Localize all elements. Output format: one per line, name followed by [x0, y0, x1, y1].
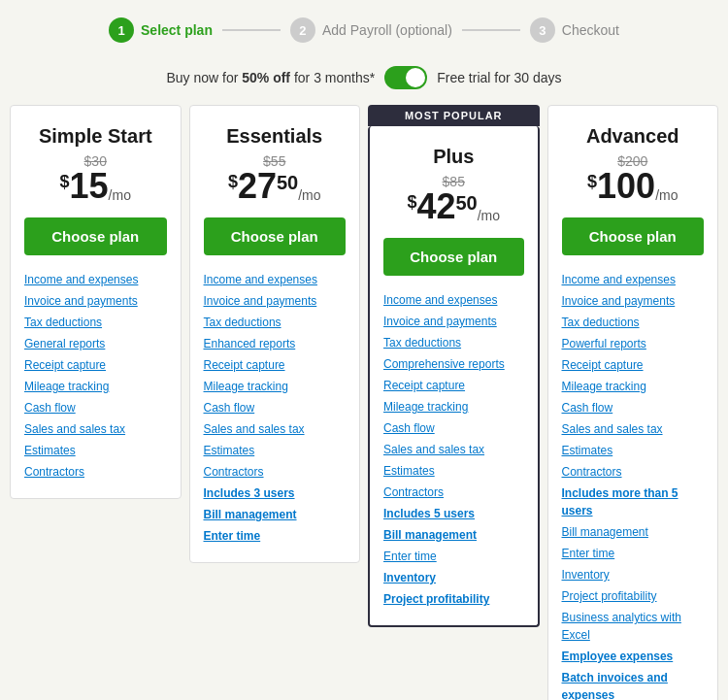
- feature-item[interactable]: Contractors: [204, 461, 347, 483]
- price-amount-plus: 42: [416, 189, 455, 224]
- feature-item[interactable]: Invoice and payments: [204, 290, 347, 312]
- stepper: 1 Select plan 2 Add Payroll (optional) 3…: [0, 0, 728, 56]
- choose-btn-plus[interactable]: Choose plan: [383, 238, 524, 276]
- feature-item[interactable]: Income and expenses: [24, 269, 167, 290]
- feature-item[interactable]: Invoice and payments: [562, 290, 705, 312]
- feature-list-essentials: Income and expensesInvoice and paymentsT…: [204, 269, 347, 547]
- step-3-label: Checkout: [562, 22, 619, 38]
- feature-item[interactable]: Sales and sales tax: [562, 418, 705, 440]
- price-dollar-plus: $: [407, 193, 416, 211]
- promo-suffix: for 3 months*: [290, 70, 375, 85]
- feature-item[interactable]: Contractors: [562, 461, 705, 483]
- promo-toggle-row: Buy now for 50% off for 3 months* Free t…: [0, 56, 728, 105]
- price-section-advanced: $200$100/mo: [562, 153, 705, 204]
- feature-item[interactable]: Tax deductions: [383, 332, 524, 353]
- feature-item[interactable]: Inventory: [383, 567, 524, 588]
- feature-item[interactable]: Estimates: [24, 440, 167, 461]
- feature-list-plus: Income and expensesInvoice and paymentsT…: [383, 289, 524, 610]
- feature-item[interactable]: Includes more than 5 users: [562, 483, 705, 521]
- feature-item[interactable]: Income and expenses: [383, 289, 524, 311]
- feature-list-simple-start: Income and expensesInvoice and paymentsT…: [24, 269, 167, 483]
- feature-item[interactable]: Includes 3 users: [204, 483, 347, 504]
- feature-item[interactable]: Sales and sales tax: [383, 439, 524, 460]
- feature-item[interactable]: Includes 5 users: [383, 503, 524, 524]
- feature-item[interactable]: Sales and sales tax: [204, 418, 347, 440]
- feature-item[interactable]: Cash flow: [562, 397, 705, 418]
- promo-text: Buy now for 50% off for 3 months*: [166, 70, 375, 85]
- feature-item[interactable]: Contractors: [383, 482, 524, 503]
- plan-wrapper-advanced: Advanced$200$100/moChoose planIncome and…: [547, 105, 719, 700]
- step-2-label: Add Payroll (optional): [322, 22, 452, 38]
- feature-item[interactable]: Income and expenses: [562, 269, 705, 290]
- feature-item[interactable]: Enhanced reports: [204, 333, 347, 354]
- feature-item[interactable]: Inventory: [562, 564, 705, 585]
- feature-item[interactable]: Employee expenses: [562, 646, 705, 667]
- feature-item[interactable]: Enter time: [204, 525, 347, 547]
- plan-card-advanced: Advanced$200$100/moChoose planIncome and…: [547, 105, 719, 700]
- plan-wrapper-essentials: Essentials$55$2750/moChoose planIncome a…: [189, 105, 361, 563]
- most-popular-badge: MOST POPULAR: [368, 105, 540, 126]
- step-1-circle: 1: [109, 17, 134, 43]
- feature-item[interactable]: Tax deductions: [204, 312, 347, 333]
- price-amount-essentials: 27: [238, 169, 277, 204]
- feature-item[interactable]: Receipt capture: [383, 375, 524, 396]
- price-cents-plus: 50: [455, 193, 477, 213]
- feature-item[interactable]: Bill management: [383, 524, 524, 546]
- feature-item[interactable]: Mileage tracking: [383, 396, 524, 417]
- feature-item[interactable]: Enter time: [562, 543, 705, 564]
- feature-item[interactable]: Cash flow: [383, 417, 524, 439]
- current-price-simple-start: $15/mo: [24, 169, 167, 204]
- feature-item[interactable]: Invoice and payments: [24, 290, 167, 312]
- feature-item[interactable]: Sales and sales tax: [24, 418, 167, 440]
- feature-item[interactable]: Tax deductions: [562, 312, 705, 333]
- promo-highlight: 50% off: [242, 70, 290, 85]
- feature-item[interactable]: Estimates: [562, 440, 705, 461]
- feature-item[interactable]: Receipt capture: [562, 354, 705, 376]
- choose-btn-simple-start[interactable]: Choose plan: [24, 217, 167, 255]
- feature-item[interactable]: Cash flow: [24, 397, 167, 418]
- price-section-essentials: $55$2750/mo: [204, 153, 347, 204]
- price-cents-essentials: 50: [277, 173, 298, 192]
- feature-item[interactable]: Estimates: [383, 460, 524, 482]
- choose-btn-advanced[interactable]: Choose plan: [562, 217, 705, 255]
- plan-name-simple-start: Simple Start: [24, 125, 167, 148]
- current-price-essentials: $2750/mo: [204, 169, 347, 204]
- plan-wrapper-simple-start: Simple Start$30$15/moChoose planIncome a…: [10, 105, 182, 499]
- step-2: 2 Add Payroll (optional): [290, 17, 452, 43]
- feature-item[interactable]: Receipt capture: [24, 354, 167, 376]
- feature-item[interactable]: Comprehensive reports: [383, 353, 524, 375]
- feature-item[interactable]: Powerful reports: [562, 333, 705, 354]
- feature-item[interactable]: Receipt capture: [204, 354, 347, 376]
- feature-item[interactable]: Contractors: [24, 461, 167, 483]
- price-dollar-simple-start: $: [60, 173, 70, 190]
- feature-item[interactable]: Batch invoices and expenses: [562, 667, 705, 700]
- step-1: 1 Select plan: [109, 17, 213, 43]
- feature-item[interactable]: Invoice and payments: [383, 311, 524, 332]
- plan-name-advanced: Advanced: [562, 125, 705, 148]
- price-section-simple-start: $30$15/mo: [24, 153, 167, 204]
- feature-item[interactable]: Tax deductions: [24, 312, 167, 333]
- feature-item[interactable]: Business analytics with Excel: [562, 607, 705, 646]
- plan-card-simple-start: Simple Start$30$15/moChoose planIncome a…: [10, 105, 182, 499]
- feature-item[interactable]: Mileage tracking: [24, 376, 167, 397]
- feature-item[interactable]: Project profitability: [562, 585, 705, 607]
- price-mo-plus: /mo: [478, 209, 500, 222]
- current-price-advanced: $100/mo: [562, 169, 705, 204]
- trial-toggle[interactable]: [384, 66, 427, 89]
- feature-item[interactable]: Income and expenses: [204, 269, 347, 290]
- choose-btn-essentials[interactable]: Choose plan: [204, 217, 347, 255]
- feature-list-advanced: Income and expensesInvoice and paymentsT…: [562, 269, 705, 700]
- feature-item[interactable]: Mileage tracking: [562, 376, 705, 397]
- feature-item[interactable]: Bill management: [204, 504, 347, 525]
- step-2-circle: 2: [290, 17, 315, 43]
- feature-item[interactable]: General reports: [24, 333, 167, 354]
- feature-item[interactable]: Mileage tracking: [204, 376, 347, 397]
- plan-name-essentials: Essentials: [204, 125, 347, 148]
- price-amount-advanced: 100: [597, 169, 655, 204]
- feature-item[interactable]: Cash flow: [204, 397, 347, 418]
- feature-item[interactable]: Bill management: [562, 521, 705, 543]
- feature-item[interactable]: Project profitability: [383, 588, 524, 610]
- feature-item[interactable]: Enter time: [383, 546, 524, 567]
- step-connector-2: [462, 29, 520, 31]
- feature-item[interactable]: Estimates: [204, 440, 347, 461]
